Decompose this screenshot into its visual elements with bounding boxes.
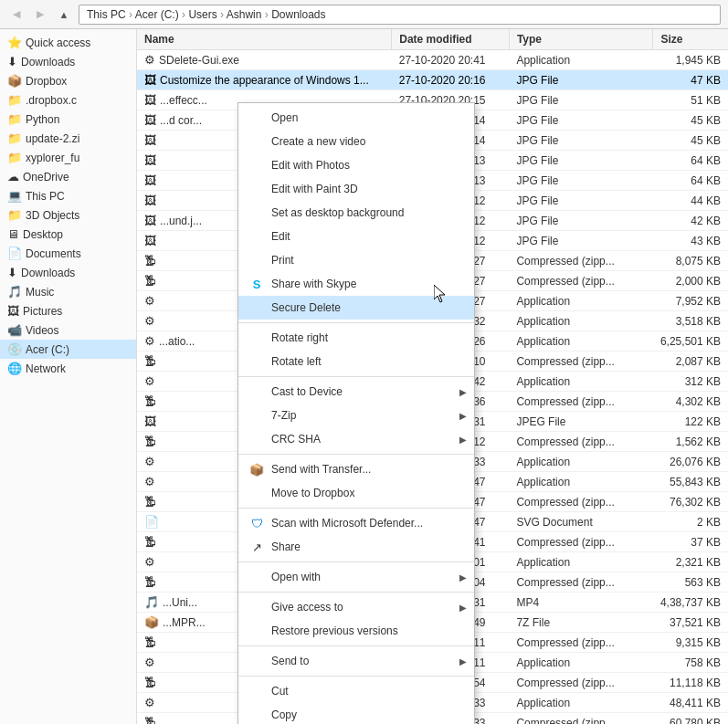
- context-menu-label: Cut: [271, 685, 289, 698]
- context-menu-item-print[interactable]: Print: [238, 248, 474, 272]
- file-size: 51 KB: [653, 90, 728, 110]
- table-row[interactable]: 🖼 Customize the appearance of Windows 1.…: [137, 70, 728, 90]
- file-size: 7,952 KB: [653, 291, 728, 311]
- context-menu-item-rotate-left[interactable]: Rotate left: [238, 350, 474, 373]
- menu-icon: [249, 600, 264, 614]
- sidebar-item-dropbox[interactable]: 📦Dropbox: [0, 71, 136, 90]
- context-menu-item-send-transfer[interactable]: 📦 Send with Transfer...: [238, 457, 474, 481]
- file-size: 60,780 KB: [653, 713, 728, 725]
- file-size: 3,518 KB: [653, 311, 728, 331]
- table-row[interactable]: ⚙ SDelete-Gui.exe 27-10-2020 20:41 Appli…: [137, 50, 728, 70]
- sidebar-icon-pictures: 🖼: [7, 304, 19, 318]
- sidebar-item-downloads2[interactable]: ⬇Downloads: [0, 263, 136, 282]
- context-menu-item-share-skype[interactable]: S Share with Skype: [238, 272, 474, 296]
- context-menu-item-cut[interactable]: Cut: [238, 679, 474, 703]
- forward-button[interactable]: ▶: [31, 5, 49, 24]
- file-type: JPG File: [509, 110, 652, 131]
- sidebar-item-downloads[interactable]: ⬇Downloads: [0, 52, 136, 71]
- file-size: 1,945 KB: [653, 50, 728, 70]
- file-icon: ⚙: [144, 314, 155, 328]
- file-icon: ⚙: [144, 656, 155, 669]
- sidebar-item-pictures[interactable]: 🖼Pictures: [0, 301, 136, 320]
- context-menu-item-scan-defender[interactable]: 🛡 Scan with Microsoft Defender...: [238, 511, 474, 535]
- file-type: Compressed (zipp...: [509, 432, 652, 452]
- context-menu-item-rotate-right[interactable]: Rotate right: [238, 326, 474, 350]
- context-menu-item-give-access[interactable]: Give access to ▶: [238, 595, 474, 619]
- menu-icon: [249, 158, 264, 173]
- context-menu-item-share[interactable]: ↗ Share: [238, 535, 474, 559]
- file-size: 122 KB: [653, 412, 728, 432]
- breadcrumb-users[interactable]: Users: [188, 8, 216, 21]
- context-menu-label: Set as desktop background: [271, 206, 404, 219]
- context-menu-separator: [238, 676, 474, 677]
- context-menu-item-open[interactable]: Open: [238, 106, 474, 130]
- column-name[interactable]: Name: [137, 29, 392, 50]
- column-size[interactable]: Size: [653, 29, 728, 50]
- context-menu-item-create-new-video[interactable]: Create a new video: [238, 130, 474, 153]
- sidebar-label-music: Music: [26, 286, 54, 299]
- file-icon: 🗜: [144, 535, 156, 549]
- explorer-window: ⭐Quick access⬇Downloads📦Dropbox📁.dropbox…: [0, 29, 728, 724]
- sidebar-item-videos[interactable]: 📹Videos: [0, 320, 136, 340]
- breadcrumb-user[interactable]: Ashwin: [227, 8, 262, 21]
- sidebar-item-3d-objects[interactable]: 📁3D Objects: [0, 205, 136, 225]
- sidebar-item-python[interactable]: 📁Python: [0, 110, 136, 129]
- context-menu-item-set-desktop-bg[interactable]: Set as desktop background: [238, 201, 474, 225]
- context-menu-item-move-dropbox[interactable]: Move to Dropbox: [238, 481, 474, 505]
- sidebar-item-music[interactable]: 🎵Music: [0, 282, 136, 301]
- breadcrumb-downloads[interactable]: Downloads: [271, 8, 325, 21]
- context-menu-item-copy[interactable]: Copy: [238, 703, 474, 724]
- back-button[interactable]: ◀: [7, 5, 26, 24]
- column-date[interactable]: Date modified: [392, 29, 510, 50]
- breadcrumb-drive[interactable]: Acer (C:): [135, 8, 179, 21]
- file-icon: 🖼: [144, 414, 156, 428]
- column-type[interactable]: Type: [509, 29, 652, 50]
- file-type: 7Z File: [509, 613, 652, 633]
- file-icon: 🖼: [144, 133, 156, 147]
- context-menu: Open Create a new video Edit with Photos…: [237, 102, 475, 724]
- file-icon: ⚙: [144, 53, 155, 67]
- file-size: 1,562 KB: [653, 432, 728, 452]
- menu-icon: [249, 205, 264, 220]
- file-name: ...effecc...: [160, 94, 207, 107]
- context-menu-item-crc-sha[interactable]: CRC SHA ▶: [238, 427, 474, 451]
- context-menu-separator: [238, 322, 474, 323]
- sidebar-icon-this-pc: 💻: [7, 189, 22, 203]
- sidebar-item-quick-access[interactable]: ⭐Quick access: [0, 33, 136, 52]
- context-menu-item-edit-photos[interactable]: Edit with Photos: [238, 153, 474, 177]
- file-icon: 🖼: [144, 234, 156, 247]
- sidebar-label-update: update-2.zi: [26, 132, 79, 145]
- context-menu-item-cast-to-device[interactable]: Cast to Device ▶: [238, 380, 474, 404]
- sidebar-item-update[interactable]: 📁update-2.zi: [0, 129, 136, 148]
- context-menu-item-edit-paint3d[interactable]: Edit with Paint 3D: [238, 177, 474, 201]
- submenu-arrow-icon: ▶: [459, 572, 467, 582]
- context-menu-item-send-to[interactable]: Send to ▶: [238, 649, 474, 673]
- sidebar-icon-network: 🌐: [7, 362, 22, 375]
- sidebar-item-documents[interactable]: 📄Documents: [0, 244, 136, 263]
- file-icon: 🎵: [144, 595, 159, 609]
- context-menu-item-restore-versions[interactable]: Restore previous versions: [238, 619, 474, 643]
- breadcrumb-thispc[interactable]: This PC: [87, 8, 126, 21]
- up-button[interactable]: ▲: [55, 5, 73, 24]
- context-menu-item-secure-delete[interactable]: Secure Delete: [238, 296, 474, 320]
- context-menu-item-7zip[interactable]: 7-Zip ▶: [238, 404, 474, 427]
- file-type: JPG File: [509, 151, 652, 171]
- context-menu-label: Rotate left: [271, 355, 322, 368]
- sidebar-item-desktop[interactable]: 🖥Desktop: [0, 225, 136, 244]
- file-list-area[interactable]: Name Date modified Type Size ⚙ SDelete-G…: [137, 29, 728, 724]
- sidebar-item-acer-c[interactable]: 💿Acer (C:): [0, 340, 136, 359]
- sidebar-item-onedrive[interactable]: ☁OneDrive: [0, 167, 136, 186]
- sidebar-item-xyplorer[interactable]: 📁xyplorer_fu: [0, 148, 136, 167]
- submenu-arrow-icon: ▶: [459, 656, 467, 666]
- context-menu-item-edit[interactable]: Edit: [238, 225, 474, 248]
- file-type: Application: [509, 291, 652, 311]
- sidebar-label-network: Network: [26, 362, 66, 375]
- sidebar-item-this-pc[interactable]: 💻This PC: [0, 186, 136, 205]
- sidebar-label-python: Python: [26, 113, 59, 126]
- context-menu-item-open-with[interactable]: Open with ▶: [238, 565, 474, 589]
- sidebar-item-network[interactable]: 🌐Network: [0, 359, 136, 378]
- file-type: SVG Document: [509, 512, 652, 532]
- sidebar-item-dropbox-c[interactable]: 📁.dropbox.c: [0, 90, 136, 110]
- sidebar-label-desktop: Desktop: [23, 228, 63, 241]
- address-bar[interactable]: This PC › Acer (C:) › Users › Ashwin › D…: [79, 5, 721, 25]
